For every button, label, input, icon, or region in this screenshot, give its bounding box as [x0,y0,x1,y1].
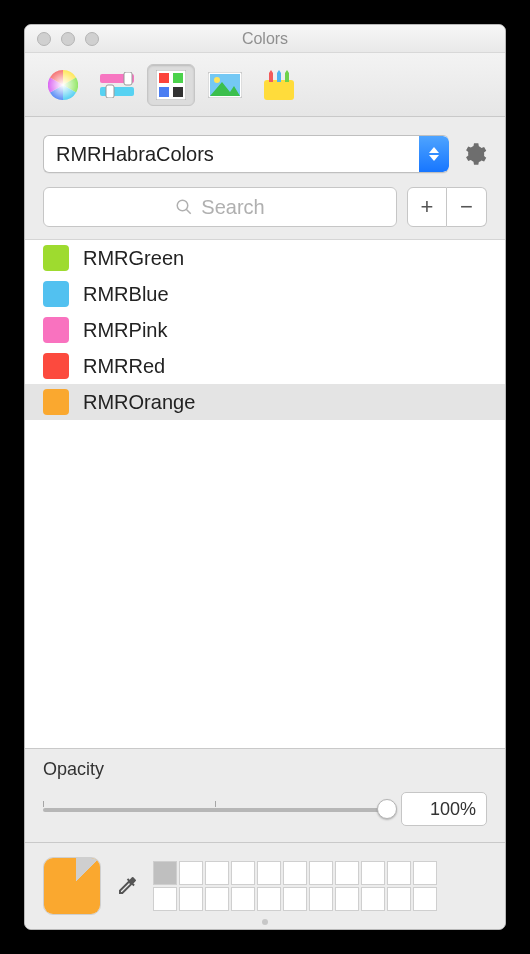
color-name: RMRPink [83,319,167,342]
preset-well[interactable] [335,861,359,885]
colors-window: Colors [24,24,506,930]
color-sliders-tab[interactable] [93,64,141,106]
color-wheel-icon [48,70,78,100]
preset-well[interactable] [335,887,359,911]
eyedropper-icon[interactable] [115,874,139,898]
page-indicator-dot [262,919,268,925]
preset-well[interactable] [309,861,333,885]
svg-rect-6 [159,73,169,83]
preset-well[interactable] [205,887,229,911]
fold-corner-icon [76,858,100,882]
pencils-tab[interactable] [255,64,303,106]
preset-well[interactable] [309,887,333,911]
svg-rect-9 [173,87,183,97]
preset-well[interactable] [179,861,203,885]
opacity-value-field[interactable]: 100% [401,792,487,826]
preset-well[interactable] [153,861,177,885]
color-name: RMRBlue [83,283,169,306]
color-row[interactable]: RMRPink [25,312,505,348]
preset-well[interactable] [179,887,203,911]
well-row [153,887,437,911]
color-swatch [43,317,69,343]
search-placeholder: Search [201,196,264,219]
image-palettes-tab[interactable] [201,64,249,106]
opacity-slider[interactable] [43,801,387,817]
palettes-icon [156,70,186,100]
svg-line-15 [187,209,192,214]
slider-track [43,808,387,812]
color-palettes-tab[interactable] [147,64,195,106]
swatch-footer [25,843,505,929]
palette-select-value: RMRHabraColors [44,143,419,166]
svg-rect-3 [124,72,132,85]
well-row [153,861,437,885]
chevron-down-icon [429,155,439,161]
svg-rect-13 [264,80,294,100]
svg-rect-7 [173,73,183,83]
select-stepper [419,136,449,172]
opacity-section: Opacity 100% [25,748,505,843]
color-name: RMRGreen [83,247,184,270]
color-swatch [43,245,69,271]
preset-well[interactable] [283,861,307,885]
preset-well[interactable] [153,887,177,911]
slider-tick [43,801,44,807]
preset-well[interactable] [257,887,281,911]
color-row[interactable]: RMRGreen [25,240,505,276]
preset-well[interactable] [283,887,307,911]
preset-well[interactable] [257,861,281,885]
search-icon [175,198,193,216]
preset-well[interactable] [361,861,385,885]
svg-point-14 [178,200,189,211]
add-remove-group: + − [407,187,487,227]
titlebar: Colors [25,25,505,53]
preset-well[interactable] [387,887,411,911]
picker-mode-toolbar [25,53,505,117]
slider-knob[interactable] [377,799,397,819]
minimize-light[interactable] [61,32,75,46]
current-color-well[interactable] [43,857,101,915]
traffic-lights [25,32,99,46]
color-row[interactable]: RMRBlue [25,276,505,312]
svg-rect-8 [159,87,169,97]
color-name: RMROrange [83,391,195,414]
color-row[interactable]: RMRRed [25,348,505,384]
color-wheel-tab[interactable] [39,64,87,106]
color-row[interactable]: RMROrange [25,384,505,420]
close-light[interactable] [37,32,51,46]
remove-color-button[interactable]: − [447,187,487,227]
preset-well[interactable] [413,887,437,911]
color-swatch [43,389,69,415]
crayons-icon [264,70,294,100]
image-icon [208,72,242,98]
preset-well[interactable] [231,861,255,885]
palette-header: RMRHabraColors Search + − [25,117,505,240]
preset-well[interactable] [413,861,437,885]
preset-well[interactable] [387,861,411,885]
preset-color-wells [153,861,437,911]
opacity-label: Opacity [43,759,487,780]
slider-tick [215,801,216,807]
color-name: RMRRed [83,355,165,378]
search-input[interactable]: Search [43,187,397,227]
color-swatch [43,353,69,379]
preset-well[interactable] [361,887,385,911]
svg-point-12 [214,77,220,83]
svg-rect-4 [106,85,114,98]
svg-rect-2 [100,87,134,96]
add-color-button[interactable]: + [407,187,447,227]
color-list[interactable]: RMRGreenRMRBlueRMRPinkRMRRedRMROrange [25,240,505,748]
sliders-icon [100,72,134,98]
gear-icon[interactable] [461,141,487,167]
zoom-light[interactable] [85,32,99,46]
chevron-up-icon [429,147,439,153]
svg-point-0 [48,70,78,100]
color-swatch [43,281,69,307]
preset-well[interactable] [231,887,255,911]
palette-select[interactable]: RMRHabraColors [43,135,449,173]
preset-well[interactable] [205,861,229,885]
